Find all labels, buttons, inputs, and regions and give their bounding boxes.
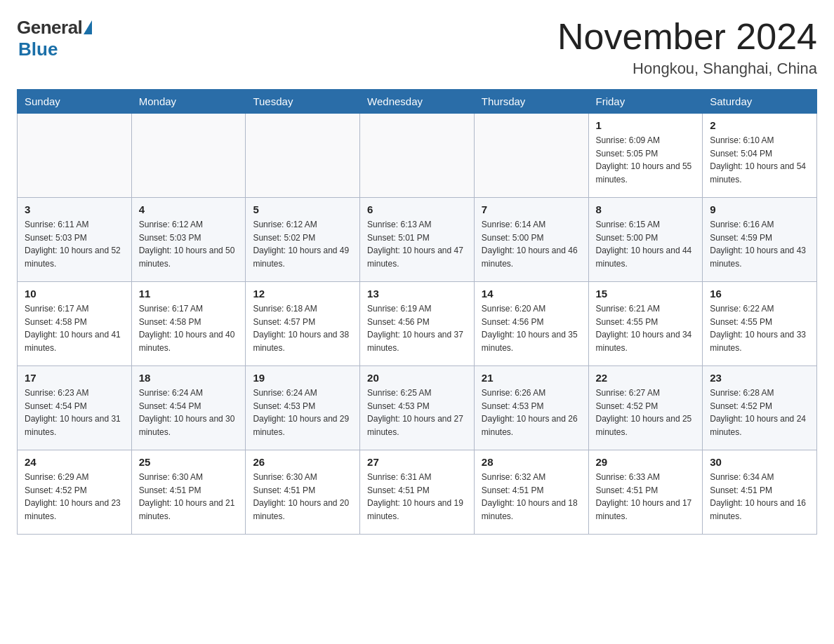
calendar-cell: 19Sunrise: 6:24 AMSunset: 4:53 PMDayligh… [246, 366, 360, 450]
calendar-cell: 18Sunrise: 6:24 AMSunset: 4:54 PMDayligh… [131, 366, 246, 450]
logo-blue-text: Blue [18, 39, 58, 60]
calendar-cell: 20Sunrise: 6:25 AMSunset: 4:53 PMDayligh… [360, 366, 475, 450]
calendar-cell: 30Sunrise: 6:34 AMSunset: 4:51 PMDayligh… [703, 450, 817, 535]
day-number: 18 [139, 372, 239, 384]
calendar-cell [474, 114, 588, 198]
calendar-cell [360, 114, 475, 198]
day-info: Sunrise: 6:21 AMSunset: 4:55 PMDaylight:… [596, 302, 696, 354]
day-number: 24 [25, 456, 124, 468]
day-info: Sunrise: 6:10 AMSunset: 5:04 PMDaylight:… [710, 134, 809, 186]
day-number: 6 [367, 203, 467, 215]
day-number: 22 [596, 372, 696, 384]
day-number: 23 [710, 372, 809, 384]
logo-triangle-icon [84, 20, 92, 34]
location-title: Hongkou, Shanghai, China [557, 60, 817, 78]
weekday-header-saturday: Saturday [703, 90, 817, 114]
day-number: 30 [710, 456, 809, 468]
day-number: 17 [25, 372, 124, 384]
weekday-header-tuesday: Tuesday [246, 90, 360, 114]
day-info: Sunrise: 6:24 AMSunset: 4:54 PMDaylight:… [139, 387, 239, 438]
calendar-cell: 5Sunrise: 6:12 AMSunset: 5:02 PMDaylight… [246, 198, 360, 282]
day-number: 3 [25, 203, 124, 215]
calendar-cell: 16Sunrise: 6:22 AMSunset: 4:55 PMDayligh… [703, 282, 817, 366]
calendar-cell: 1Sunrise: 6:09 AMSunset: 5:05 PMDaylight… [588, 114, 703, 198]
calendar-cell: 27Sunrise: 6:31 AMSunset: 4:51 PMDayligh… [360, 450, 475, 535]
day-number: 1 [596, 119, 696, 131]
day-info: Sunrise: 6:13 AMSunset: 5:01 PMDaylight:… [367, 218, 467, 270]
day-info: Sunrise: 6:27 AMSunset: 4:52 PMDaylight:… [596, 387, 696, 438]
day-info: Sunrise: 6:23 AMSunset: 4:54 PMDaylight:… [25, 387, 124, 438]
day-number: 14 [482, 288, 581, 300]
day-info: Sunrise: 6:30 AMSunset: 4:51 PMDaylight:… [253, 471, 352, 523]
day-info: Sunrise: 6:17 AMSunset: 4:58 PMDaylight:… [25, 302, 124, 354]
day-number: 8 [596, 203, 696, 215]
day-info: Sunrise: 6:28 AMSunset: 4:52 PMDaylight:… [710, 387, 809, 438]
day-number: 25 [139, 456, 239, 468]
day-info: Sunrise: 6:15 AMSunset: 5:00 PMDaylight:… [596, 218, 696, 270]
calendar-cell: 4Sunrise: 6:12 AMSunset: 5:03 PMDaylight… [131, 198, 246, 282]
day-info: Sunrise: 6:12 AMSunset: 5:02 PMDaylight:… [253, 218, 352, 270]
weekday-header-thursday: Thursday [474, 90, 588, 114]
calendar-cell: 2Sunrise: 6:10 AMSunset: 5:04 PMDaylight… [703, 114, 817, 198]
day-number: 16 [710, 288, 809, 300]
day-number: 4 [139, 203, 239, 215]
calendar-cell: 6Sunrise: 6:13 AMSunset: 5:01 PMDaylight… [360, 198, 475, 282]
day-info: Sunrise: 6:32 AMSunset: 4:51 PMDaylight:… [482, 471, 581, 523]
calendar-cell: 7Sunrise: 6:14 AMSunset: 5:00 PMDaylight… [474, 198, 588, 282]
day-info: Sunrise: 6:20 AMSunset: 4:56 PMDaylight:… [482, 302, 581, 354]
calendar-cell: 12Sunrise: 6:18 AMSunset: 4:57 PMDayligh… [246, 282, 360, 366]
calendar-cell: 11Sunrise: 6:17 AMSunset: 4:58 PMDayligh… [131, 282, 246, 366]
day-info: Sunrise: 6:26 AMSunset: 4:53 PMDaylight:… [482, 387, 581, 438]
day-info: Sunrise: 6:24 AMSunset: 4:53 PMDaylight:… [253, 387, 352, 438]
day-number: 7 [482, 203, 581, 215]
day-number: 10 [25, 288, 124, 300]
month-title: November 2024 [557, 17, 817, 57]
day-info: Sunrise: 6:31 AMSunset: 4:51 PMDaylight:… [367, 471, 467, 523]
calendar-cell: 10Sunrise: 6:17 AMSunset: 4:58 PMDayligh… [18, 282, 132, 366]
day-info: Sunrise: 6:18 AMSunset: 4:57 PMDaylight:… [253, 302, 352, 354]
day-number: 27 [367, 456, 467, 468]
weekday-header-wednesday: Wednesday [360, 90, 475, 114]
weekday-header-monday: Monday [131, 90, 246, 114]
day-info: Sunrise: 6:34 AMSunset: 4:51 PMDaylight:… [710, 471, 809, 523]
calendar-cell [246, 114, 360, 198]
calendar-cell: 23Sunrise: 6:28 AMSunset: 4:52 PMDayligh… [703, 366, 817, 450]
day-number: 11 [139, 288, 239, 300]
day-info: Sunrise: 6:25 AMSunset: 4:53 PMDaylight:… [367, 387, 467, 438]
day-number: 26 [253, 456, 352, 468]
day-info: Sunrise: 6:09 AMSunset: 5:05 PMDaylight:… [596, 134, 696, 186]
calendar-cell [131, 114, 246, 198]
day-number: 20 [367, 372, 467, 384]
day-info: Sunrise: 6:30 AMSunset: 4:51 PMDaylight:… [139, 471, 239, 523]
calendar-cell: 29Sunrise: 6:33 AMSunset: 4:51 PMDayligh… [588, 450, 703, 535]
title-area: November 2024 Hongkou, Shanghai, China [557, 17, 817, 78]
day-number: 28 [482, 456, 581, 468]
day-number: 2 [710, 119, 809, 131]
calendar-cell: 3Sunrise: 6:11 AMSunset: 5:03 PMDaylight… [18, 198, 132, 282]
calendar-cell [18, 114, 132, 198]
calendar-table: SundayMondayTuesdayWednesdayThursdayFrid… [17, 89, 817, 535]
day-info: Sunrise: 6:17 AMSunset: 4:58 PMDaylight:… [139, 302, 239, 354]
day-number: 15 [596, 288, 696, 300]
calendar-cell: 22Sunrise: 6:27 AMSunset: 4:52 PMDayligh… [588, 366, 703, 450]
day-info: Sunrise: 6:11 AMSunset: 5:03 PMDaylight:… [25, 218, 124, 270]
day-info: Sunrise: 6:19 AMSunset: 4:56 PMDaylight:… [367, 302, 467, 354]
weekday-header-friday: Friday [588, 90, 703, 114]
day-number: 29 [596, 456, 696, 468]
day-info: Sunrise: 6:14 AMSunset: 5:00 PMDaylight:… [482, 218, 581, 270]
calendar-cell: 9Sunrise: 6:16 AMSunset: 4:59 PMDaylight… [703, 198, 817, 282]
day-number: 9 [710, 203, 809, 215]
day-number: 5 [253, 203, 352, 215]
day-info: Sunrise: 6:12 AMSunset: 5:03 PMDaylight:… [139, 218, 239, 270]
day-number: 13 [367, 288, 467, 300]
calendar-cell: 28Sunrise: 6:32 AMSunset: 4:51 PMDayligh… [474, 450, 588, 535]
calendar-cell: 24Sunrise: 6:29 AMSunset: 4:52 PMDayligh… [18, 450, 132, 535]
day-info: Sunrise: 6:33 AMSunset: 4:51 PMDaylight:… [596, 471, 696, 523]
day-info: Sunrise: 6:16 AMSunset: 4:59 PMDaylight:… [710, 218, 809, 270]
calendar-cell: 26Sunrise: 6:30 AMSunset: 4:51 PMDayligh… [246, 450, 360, 535]
calendar-cell: 17Sunrise: 6:23 AMSunset: 4:54 PMDayligh… [18, 366, 132, 450]
logo: General Blue [17, 17, 92, 60]
calendar-cell: 21Sunrise: 6:26 AMSunset: 4:53 PMDayligh… [474, 366, 588, 450]
day-number: 21 [482, 372, 581, 384]
calendar-cell: 25Sunrise: 6:30 AMSunset: 4:51 PMDayligh… [131, 450, 246, 535]
